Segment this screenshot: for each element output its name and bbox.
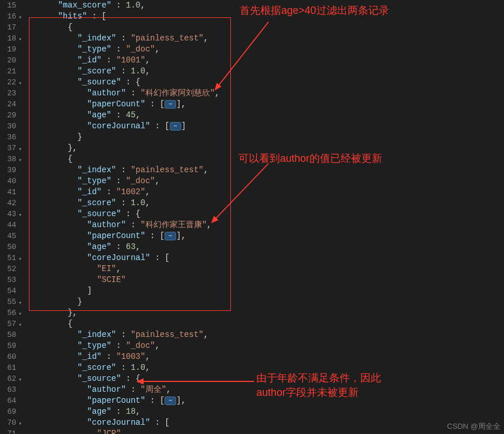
- code-line[interactable]: "_type" : "_doc",: [29, 176, 504, 187]
- line-number: 71: [0, 428, 16, 434]
- line-number-gutter: 1516▾1718▾19202122▾232429303637▾38▾39404…: [0, 0, 21, 434]
- code-line[interactable]: "_score" : 1.0,: [29, 362, 504, 373]
- line-number: 61: [0, 362, 16, 373]
- line-number: 20: [0, 55, 16, 66]
- code-line[interactable]: },: [29, 307, 504, 318]
- line-number: 62▾: [0, 373, 16, 384]
- line-number: 70▾: [0, 417, 16, 428]
- line-number: 37▾: [0, 143, 16, 154]
- line-number: 24: [0, 99, 16, 110]
- code-line[interactable]: ]: [29, 285, 504, 296]
- line-number: 55▾: [0, 296, 16, 307]
- code-line[interactable]: "age" : 18,: [29, 406, 504, 417]
- fold-badge[interactable]: ⋯: [170, 122, 181, 131]
- line-number: 64: [0, 395, 16, 406]
- code-line[interactable]: "_id" : "1003",: [29, 351, 504, 362]
- code-line[interactable]: "_index" : "painless_test",: [29, 33, 504, 44]
- line-number: 36: [0, 132, 16, 143]
- line-number: 39: [0, 165, 16, 176]
- code-line[interactable]: "author" : "科幻作家阿刘慈欣",: [29, 88, 504, 99]
- code-line[interactable]: "_type" : "_doc",: [29, 44, 504, 55]
- code-line[interactable]: "_source" : {: [29, 209, 504, 220]
- code-line[interactable]: },: [29, 143, 504, 154]
- line-number: 17: [0, 22, 16, 33]
- fold-badge[interactable]: ⋯: [165, 232, 176, 240]
- code-line[interactable]: "SCIE": [29, 275, 504, 285]
- line-number: 45: [0, 231, 16, 242]
- line-number: 50: [0, 242, 16, 253]
- code-line[interactable]: {: [29, 22, 504, 33]
- code-line[interactable]: "coreJournal" : [: [29, 417, 504, 428]
- line-number: 29: [0, 110, 16, 121]
- code-line[interactable]: "age" : 45,: [29, 110, 504, 121]
- code-line[interactable]: "hits" : [: [29, 11, 504, 22]
- line-number: 16▾: [0, 11, 16, 22]
- code-line[interactable]: "coreJournal" : [⋯]: [29, 121, 504, 132]
- code-line[interactable]: "_id" : "1002",: [29, 187, 504, 198]
- line-number: 56▾: [0, 307, 16, 318]
- code-line[interactable]: "coreJournal" : [: [29, 253, 504, 264]
- line-number: 51▾: [0, 253, 16, 264]
- code-line[interactable]: "_source" : {: [29, 373, 504, 384]
- line-number: 57▾: [0, 318, 16, 329]
- line-number: 52: [0, 264, 16, 275]
- code-line[interactable]: "JCR",: [29, 428, 504, 434]
- code-line[interactable]: "paperCount" : [⋯],: [29, 231, 504, 242]
- code-line[interactable]: "_index" : "painless_test",: [29, 329, 504, 340]
- line-number: 40: [0, 176, 16, 187]
- line-number: 59: [0, 340, 16, 351]
- line-number: 54: [0, 285, 16, 296]
- fold-badge[interactable]: ⋯: [165, 396, 176, 405]
- code-line[interactable]: "_score" : 1.0,: [29, 198, 504, 209]
- code-area[interactable]: "max_score" : 1.0, "hits" : [ { "_index"…: [21, 0, 504, 434]
- code-line[interactable]: "max_score" : 1.0,: [29, 0, 504, 11]
- fold-badge[interactable]: ⋯: [165, 100, 176, 109]
- line-number: 22▾: [0, 77, 16, 88]
- watermark: CSDN @周全全: [447, 421, 501, 432]
- code-editor[interactable]: 1516▾1718▾19202122▾232429303637▾38▾39404…: [0, 0, 504, 434]
- line-number: 53: [0, 275, 16, 285]
- code-line[interactable]: }: [29, 296, 504, 307]
- line-number: 63: [0, 384, 16, 395]
- code-line[interactable]: "age" : 63,: [29, 242, 504, 253]
- line-number: 42: [0, 198, 16, 209]
- code-line[interactable]: "paperCount" : [⋯],: [29, 395, 504, 406]
- code-line[interactable]: "_source" : {: [29, 77, 504, 88]
- code-line[interactable]: {: [29, 318, 504, 329]
- code-line[interactable]: "_type" : "_doc",: [29, 340, 504, 351]
- line-number: 23: [0, 88, 16, 99]
- code-line[interactable]: }: [29, 132, 504, 143]
- line-number: 15: [0, 0, 16, 11]
- code-line[interactable]: "author" : "科幻作家王晋康",: [29, 220, 504, 231]
- line-number: 43▾: [0, 209, 16, 220]
- code-line[interactable]: "_index" : "painless_test",: [29, 165, 504, 176]
- code-line[interactable]: {: [29, 154, 504, 165]
- line-number: 19: [0, 44, 16, 55]
- code-line[interactable]: "author" : "周全",: [29, 384, 504, 395]
- line-number: 18▾: [0, 33, 16, 44]
- line-number: 30: [0, 121, 16, 132]
- line-number: 69: [0, 406, 16, 417]
- line-number: 38▾: [0, 154, 16, 165]
- code-line[interactable]: "paperCount" : [⋯],: [29, 99, 504, 110]
- line-number: 21: [0, 66, 16, 77]
- line-number: 44: [0, 220, 16, 231]
- line-number: 41: [0, 187, 16, 198]
- line-number: 58: [0, 329, 16, 340]
- code-line[interactable]: "_id" : "1001",: [29, 55, 504, 66]
- line-number: 60: [0, 351, 16, 362]
- code-line[interactable]: "EI",: [29, 264, 504, 275]
- code-line[interactable]: "_score" : 1.0,: [29, 66, 504, 77]
